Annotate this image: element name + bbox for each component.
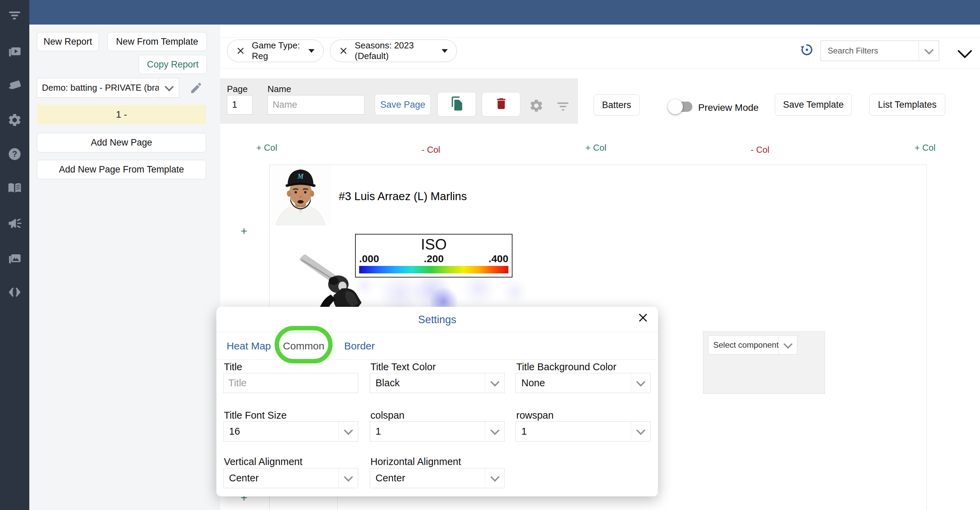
x-icon <box>637 312 649 325</box>
player-photo: M <box>270 165 331 227</box>
filter-chip-label: Seasons: 2023 (Default) <box>355 40 435 61</box>
remove-col-button-2[interactable]: - Col <box>751 145 769 155</box>
title-input[interactable] <box>223 373 358 393</box>
close-modal-button[interactable] <box>635 311 651 326</box>
sidebar: ? <box>0 0 29 510</box>
batters-button[interactable]: Batters <box>593 94 640 116</box>
add-row-button-top[interactable]: + <box>240 224 247 237</box>
divider <box>216 359 658 360</box>
legend-tick-mid: .200 <box>424 253 444 265</box>
vertical-alignment-value: Center <box>224 472 338 484</box>
svg-text:?: ? <box>12 149 18 159</box>
megaphone-icon[interactable] <box>0 214 29 233</box>
chevron-down-icon <box>485 469 504 488</box>
code-icon[interactable] <box>0 283 29 302</box>
heatmap-legend: ISO .000 .200 .400 <box>355 234 512 277</box>
rowspan-value: 1 <box>516 426 631 437</box>
rowspan-label: rowspan <box>516 410 554 421</box>
pencil-icon[interactable] <box>189 81 203 96</box>
filter-chip-game-type[interactable]: Game Type: Reg <box>227 40 324 62</box>
add-col-button-2[interactable]: + Col <box>585 142 606 153</box>
remove-col-button-1[interactable]: - Col <box>422 145 440 155</box>
horizontal-alignment-value: Center <box>370 472 485 484</box>
card-icon[interactable] <box>0 75 29 94</box>
chevron-down-icon <box>485 422 504 441</box>
title-bg-color-label: Title Background Color <box>516 361 616 373</box>
title-text-color-value: Black <box>370 378 485 389</box>
top-bar <box>29 0 980 24</box>
copy-page-button[interactable] <box>438 92 476 116</box>
new-from-template-button[interactable]: New From Template <box>107 32 207 51</box>
chevron-down-icon <box>338 469 358 488</box>
save-template-button[interactable]: Save Template <box>775 94 852 116</box>
chevron-down-icon <box>338 422 358 441</box>
search-filters-placeholder: Search Filters <box>821 46 919 56</box>
page-list-item-1[interactable]: 1 - <box>37 105 206 124</box>
title-font-size-label: Title Font Size <box>224 410 286 421</box>
filter-chip-label: Game Type: Reg <box>252 40 302 61</box>
colspan-select[interactable]: 1 <box>370 421 505 441</box>
chevron-down-icon <box>631 422 650 441</box>
vertical-alignment-select[interactable]: Center <box>223 468 358 488</box>
chevron-down-icon <box>779 336 797 354</box>
report-select-dropdown[interactable]: Demo: batting - PRIVATE (brad... <box>37 78 179 97</box>
delete-page-button[interactable] <box>482 92 520 116</box>
book-icon[interactable] <box>0 178 29 198</box>
modal-title: Settings <box>216 314 658 326</box>
report-select-value: Demo: batting - PRIVATE (brad... <box>37 83 159 93</box>
empty-component-cell: Select component <box>703 332 825 394</box>
video-library-icon[interactable] <box>0 42 29 61</box>
divider <box>220 68 980 69</box>
history-icon[interactable] <box>800 43 814 58</box>
list-templates-button[interactable]: List Templates <box>869 94 945 116</box>
image-library-icon[interactable] <box>0 249 29 268</box>
caret-down-icon <box>442 49 448 53</box>
rowspan-select[interactable]: 1 <box>515 421 651 441</box>
chevron-down-icon <box>919 41 939 61</box>
tab-border[interactable]: Border <box>336 332 383 359</box>
horizontal-alignment-label: Horizontal Alignment <box>371 456 461 467</box>
title-field-label: Title <box>224 361 242 373</box>
settings-gear-icon[interactable] <box>0 110 29 129</box>
colspan-value: 1 <box>370 426 485 437</box>
preview-mode-toggle-knob[interactable] <box>668 99 683 114</box>
copy-report-button[interactable]: Copy Report <box>139 55 207 74</box>
title-font-size-select[interactable]: 16 <box>223 421 358 441</box>
tab-common[interactable]: Common <box>275 332 332 359</box>
remove-filter-icon[interactable] <box>236 46 245 55</box>
legend-tick-low: .000 <box>359 253 379 265</box>
select-component-dropdown[interactable]: Select component <box>708 335 797 355</box>
tab-heat-map[interactable]: Heat Map <box>223 332 274 359</box>
add-new-page-from-template-button[interactable]: Add New Page From Template <box>37 160 206 179</box>
page-number-input[interactable] <box>227 95 253 115</box>
trash-icon <box>494 96 508 112</box>
help-icon[interactable]: ? <box>0 145 29 164</box>
filter-lines-icon[interactable] <box>0 5 29 24</box>
page-filter-lines-icon[interactable] <box>556 100 570 114</box>
vertical-alignment-label: Vertical Alignment <box>224 456 302 467</box>
settings-modal: Settings Heat Map Common Border Title Ti… <box>216 307 658 496</box>
search-filters-dropdown[interactable]: Search Filters <box>821 41 939 61</box>
add-col-button-3[interactable]: + Col <box>915 142 935 153</box>
chevron-down-icon <box>631 373 650 393</box>
horizontal-alignment-select[interactable]: Center <box>370 468 505 488</box>
preview-mode-label: Preview Mode <box>698 102 759 113</box>
app-window: New Report New From Template Copy Report… <box>0 0 980 510</box>
page-name-input[interactable] <box>267 95 364 115</box>
svg-text:M: M <box>297 172 304 180</box>
add-col-button-1[interactable]: + Col <box>256 142 277 153</box>
select-component-placeholder: Select component <box>708 340 779 350</box>
new-report-button[interactable]: New Report <box>37 32 99 51</box>
title-font-size-value: 16 <box>224 426 338 437</box>
save-page-button[interactable]: Save Page <box>375 94 431 115</box>
player-header-text: #3 Luis Arraez (L) Marlins <box>339 190 467 203</box>
title-text-color-select[interactable]: Black <box>370 373 505 393</box>
filter-chip-seasons[interactable]: Seasons: 2023 (Default) <box>330 40 457 62</box>
colspan-label: colspan <box>371 410 404 421</box>
add-new-page-button[interactable]: Add New Page <box>37 133 206 152</box>
caret-down-icon <box>309 49 315 53</box>
page-label: Page <box>227 84 248 94</box>
remove-filter-icon[interactable] <box>339 46 348 55</box>
title-bg-color-select[interactable]: None <box>515 373 651 393</box>
page-settings-gear-icon[interactable] <box>529 98 544 115</box>
